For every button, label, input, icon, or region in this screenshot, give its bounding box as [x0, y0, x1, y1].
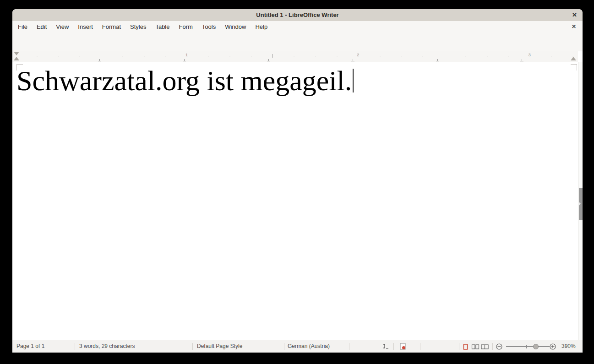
document-close-icon[interactable]: ✕	[572, 21, 576, 33]
page-style-status[interactable]: Default Page Style	[197, 340, 242, 353]
statusbar-separator	[393, 343, 394, 350]
multi-page-view-button[interactable]	[471, 344, 480, 352]
libreoffice-writer-window: Untitled 1 - LibreOffice Writer ✕ FileEd…	[12, 9, 583, 353]
menu-tools[interactable]: Tools	[197, 21, 220, 33]
paragraph-text[interactable]: Schwarzatal.org ist megageil.	[16, 65, 352, 96]
book-view-button[interactable]	[480, 344, 490, 352]
zoom-in-button[interactable]	[550, 343, 556, 352]
menu-edit[interactable]: Edit	[32, 21, 51, 33]
zoom-slider-track[interactable]	[506, 346, 550, 347]
statusbar-separator	[75, 343, 75, 350]
zoom-in-icon	[550, 343, 556, 350]
menu-file[interactable]: File	[13, 21, 32, 33]
menu-window[interactable]: Window	[220, 21, 251, 33]
insert-mode-indicator[interactable]	[381, 343, 391, 352]
vertical-scrollbar-thumb[interactable]	[579, 188, 583, 220]
menu-bar: FileEditViewInsertFormatStylesTableFormT…	[12, 21, 583, 33]
window-title: Untitled 1 - LibreOffice Writer	[12, 9, 583, 21]
ruler-ticks: 123	[12, 51, 578, 62]
standard-toolbar: B I U A Default Paragraph Liberation Ser…	[12, 33, 583, 51]
statusbar-separator	[192, 343, 193, 350]
window-close-icon[interactable]: ✕	[572, 9, 577, 21]
zoom-level-status[interactable]: 390%	[561, 340, 576, 353]
zoom-out-button[interactable]	[496, 343, 502, 352]
horizontal-ruler[interactable]: 123	[12, 51, 578, 62]
zoom-slider-detent	[526, 345, 527, 348]
menu-insert[interactable]: Insert	[73, 21, 98, 33]
zoom-slider-handle[interactable]	[533, 344, 539, 349]
statusbar-separator	[559, 343, 559, 350]
vertical-scrollbar[interactable]	[578, 62, 583, 340]
single-page-view-button[interactable]	[463, 344, 469, 352]
menu-help[interactable]: Help	[251, 21, 272, 33]
multi-page-view-icon	[471, 344, 480, 350]
statusbar-separator	[284, 343, 284, 350]
first-line-indent-marker[interactable]	[14, 52, 19, 55]
menu-format[interactable]: Format	[98, 21, 125, 33]
document-modified-indicator[interactable]	[399, 343, 407, 353]
right-indent-marker[interactable]	[571, 57, 576, 60]
scrollbar-notch-icon	[579, 202, 581, 206]
insert-mode-icon	[381, 343, 391, 350]
statusbar-separator	[492, 343, 493, 350]
menu-form[interactable]: Form	[174, 21, 197, 33]
zoom-out-icon	[496, 343, 502, 350]
word-count-status[interactable]: 3 words, 29 characters	[79, 340, 135, 353]
text-cursor	[353, 69, 354, 92]
document-text[interactable]: Schwarzatal.org ist megageil.	[16, 65, 354, 97]
text-boundary-corner-top-right	[571, 64, 577, 71]
language-status[interactable]: German (Austria)	[288, 340, 330, 353]
statusbar-separator	[459, 343, 459, 350]
menu-view[interactable]: View	[51, 21, 73, 33]
title-bar[interactable]: Untitled 1 - LibreOffice Writer ✕	[12, 9, 583, 22]
document-modified-icon	[399, 343, 407, 351]
single-page-view-icon	[463, 344, 469, 350]
book-view-icon	[480, 344, 490, 350]
status-bar: Page 1 of 1 3 words, 29 characters Defau…	[12, 340, 583, 353]
document-canvas[interactable]: Schwarzatal.org ist megageil.	[12, 62, 578, 340]
statusbar-separator	[420, 343, 420, 350]
page-number-status[interactable]: Page 1 of 1	[16, 340, 44, 353]
statusbar-separator	[349, 343, 349, 350]
left-indent-marker[interactable]	[14, 57, 19, 60]
menu-styles[interactable]: Styles	[125, 21, 151, 33]
menu-table[interactable]: Table	[151, 21, 174, 33]
